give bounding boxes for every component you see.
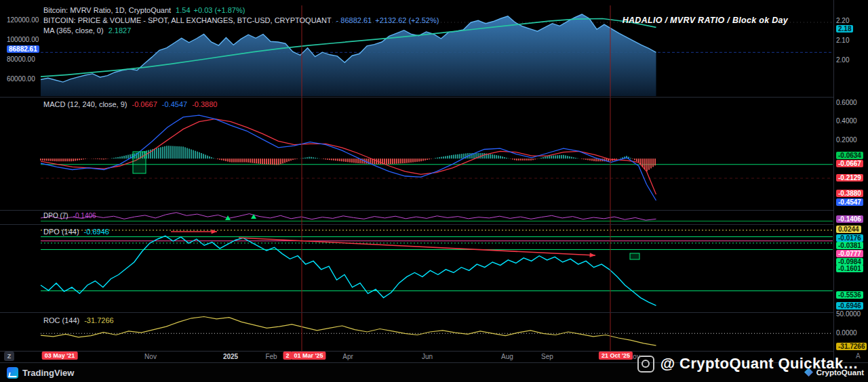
indicator-scale-label: -0.2129 [836,174,863,182]
tradingview-link[interactable]: TradingView [7,367,74,379]
time-axis-label: Aug [501,353,513,360]
chart-window: Bitcoin: MVRV Ratio, 1D, CryptoQuant1.54… [0,0,868,382]
chart-canvas[interactable] [0,0,868,382]
indicator-scale-label: 0.2000 [836,136,857,144]
indicator-scale-label: 2.18 [836,25,853,33]
dpo144-title[interactable]: DPO (144) [43,228,79,236]
pane-divider[interactable] [0,210,833,211]
price-scale-label: 100000.00 [7,36,39,43]
tradingview-logo-icon [7,367,18,379]
indicator-scale-label: -0.1601 [836,265,863,272]
price-scale-label: 86882.61 [7,45,39,53]
timezone-badge[interactable]: Z [4,352,14,361]
pane-divider[interactable] [0,312,833,313]
macd-title[interactable]: MACD (12, 240, close, 9) [43,100,127,108]
watermark-text: @ CryptoQuant Quicktak… [660,355,859,373]
time-axis-label: Jun [422,353,433,360]
indicator-scale-label: 0.0000 [836,329,857,337]
dpo7-value: -0.1406 [73,212,96,219]
price-scale-label: 120000.00 [7,16,39,24]
indicator-scale-label: -0.5536 [836,291,863,299]
legend-dpo7[interactable]: DPO (7)-0.1406 [43,211,96,221]
price-series-title[interactable]: BITCOIN: PRICE & VOLUME - SPOT, ALL EXCH… [43,16,332,24]
time-axis-label: Feb [265,353,277,360]
time-axis-label: Nov [144,353,157,360]
legend-macd[interactable]: MACD (12, 240, close, 9)-0.0667-0.4547-0… [43,100,222,110]
time-axis-label: Apr [342,353,353,360]
indicator-scale-label: 0.0244 [836,226,861,233]
indicator-scale-label: 2.10 [836,37,849,44]
price-value: - 86882.61 [336,16,372,24]
indicator-scale-label: 0.6000 [836,99,857,106]
date-marker-badge: 01 Mar '25 [291,352,326,360]
pane-divider[interactable] [0,224,833,225]
indicator-scale-label: 0.4000 [836,117,857,125]
indicator-scale-label: -0.0381 [836,242,863,249]
indicator-scale-label: -0.1406 [836,215,863,223]
dpo144-value: -0.6946 [84,228,109,236]
dpo7-title[interactable]: DPO (7) [43,212,68,219]
legend-price-pane[interactable]: Bitcoin: MVRV Ratio, 1D, CryptoQuant1.54… [43,5,442,36]
camera-icon [637,356,654,373]
time-axis-label: Sep [541,353,553,360]
time-axis-label: 2025 [223,353,238,360]
indicator-scale-label: 2.20 [836,17,849,24]
indicator-scale-label: 2.00 [836,56,849,64]
price-change: +2132.62 (+2.52%) [375,16,439,24]
price-scale-label: 80000.00 [7,56,35,63]
indicator-scale-label: -0.0777 [836,250,863,257]
macd-hist-value: -0.0667 [132,100,157,108]
indicator-scale-label: 50.0000 [836,310,861,318]
indicator-scale-label: -0.0667 [836,160,863,167]
legend-roc[interactable]: ROC (144)-31.7266 [43,316,114,326]
watermark: @ CryptoQuant Quicktak… [637,355,859,373]
indicator-scale-label: -0.0634 [836,152,863,159]
macd-signal-value: -0.3880 [192,100,217,108]
symbol-title[interactable]: Bitcoin: MVRV Ratio, 1D, CryptoQuant [43,6,171,14]
roc-value: -31.7266 [84,316,113,324]
indicator-scale-label: -0.0176 [836,234,863,242]
indicator-scale-label: -0.6946 [836,302,863,310]
date-marker-badge: 03 May '21 [42,352,78,360]
indicator-scale-label: -0.3880 [836,190,863,197]
ma-indicator-title[interactable]: MA (365, close, 0) [43,26,104,35]
mvrv-change: +0.03 (+1.87%) [194,6,245,14]
indicator-scale-label: -31.7266 [836,343,867,350]
legend-dpo144[interactable]: DPO (144)-0.6946 [43,227,109,237]
indicator-scale-label: -0.4547 [836,198,863,206]
ma-value: 2.1827 [108,26,132,35]
date-marker-badge: 21 Oct '25 [599,352,633,360]
price-scale-label: 60000.00 [7,75,35,83]
roc-title[interactable]: ROC (144) [43,316,79,324]
chart-note: HADALIO / MVRV RATIO / Block ok Day [623,16,788,25]
macd-line-value: -0.4547 [162,100,187,108]
pane-divider[interactable] [0,97,833,98]
tradingview-label: TradingView [22,368,74,378]
mvrv-value: 1.54 [176,6,190,14]
